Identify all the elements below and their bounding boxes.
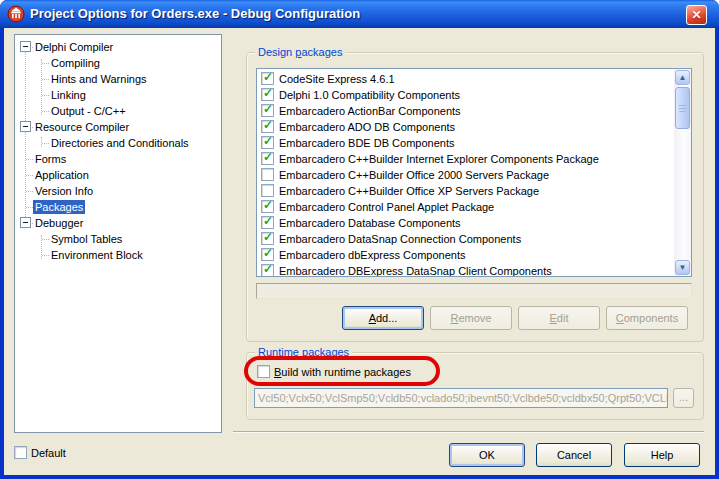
scroll-up-icon: ▲ — [679, 73, 687, 82]
package-checkbox[interactable]: ✓ — [261, 104, 274, 117]
package-list-item[interactable]: ✓ Embarcadero BDE DB Components — [257, 135, 674, 151]
design-packages-caption: Design packages — [255, 46, 345, 59]
tree-item-label: Delphi Compiler — [33, 40, 115, 54]
tree-item[interactable]: Delphi Compiler — [15, 39, 221, 55]
package-list-item[interactable]: ✓ CodeSite Express 4.6.1 — [257, 71, 674, 87]
tree-collapse-icon[interactable] — [20, 121, 31, 132]
tree-item-label: Compiling — [49, 56, 102, 70]
tree-item-label: Version Info — [33, 184, 95, 198]
package-label: Embarcadero C++Builder Office XP Servers… — [279, 185, 539, 197]
tree-item[interactable]: Linking — [15, 87, 221, 103]
title-bar: Project Options for Orders.exe - Debug C… — [0, 0, 719, 28]
tree-item-label: Hints and Warnings — [49, 72, 149, 86]
runtime-packages-input[interactable]: Vcl50;Vclx50;VclSmp50;Vcldb50;vclado50;i… — [254, 388, 668, 408]
package-label: Embarcadero BDE DB Components — [279, 137, 454, 149]
tree-item[interactable]: Debugger — [15, 215, 221, 231]
tree-item[interactable]: Forms — [15, 151, 221, 167]
button-label: omponents — [624, 312, 678, 324]
tree-item-label: Output - C/C++ — [49, 104, 128, 118]
package-list-item[interactable]: ✓ Embarcadero C++Builder Office XP Serve… — [257, 183, 674, 199]
build-with-runtime-packages-label: Build with runtime packages — [274, 366, 411, 379]
scrollbar-thumb[interactable] — [675, 87, 690, 129]
check-icon: ✓ — [263, 151, 273, 164]
check-icon: ✓ — [263, 87, 273, 100]
build-with-runtime-packages-checkbox[interactable] — [257, 365, 270, 378]
close-icon: ✕ — [691, 8, 701, 22]
runtime-packages-group: Runtime packages — [246, 352, 704, 420]
package-checkbox[interactable]: ✓ — [261, 88, 274, 101]
package-checkbox[interactable]: ✓ — [261, 72, 274, 85]
close-button[interactable]: ✕ — [686, 5, 707, 25]
package-action-button[interactable]: Components — [606, 306, 688, 330]
package-checkbox[interactable]: ✓ — [261, 136, 274, 149]
tree-item[interactable]: Directories and Conditionals — [15, 135, 221, 151]
design-packages-list[interactable]: ✓ CodeSite Express 4.6.1 ✓ Delphi 1.0 Co… — [256, 68, 692, 277]
package-description-panel — [256, 283, 692, 299]
divider-line — [233, 431, 704, 433]
tree-item[interactable]: Compiling — [15, 55, 221, 71]
runtime-packages-caption: Runtime packages — [255, 346, 352, 359]
package-label: CodeSite Express 4.6.1 — [279, 73, 395, 85]
cancel-button[interactable]: Cancel — [536, 443, 612, 467]
browse-packages-button[interactable]: ... — [673, 388, 694, 408]
package-checkbox[interactable]: ✓ — [261, 200, 274, 213]
help-button[interactable]: Help — [624, 443, 700, 467]
package-action-button[interactable]: Add... — [342, 306, 424, 330]
tree-item[interactable]: Resource Compiler — [15, 119, 221, 135]
package-action-button[interactable]: Remove — [430, 306, 512, 330]
package-checkbox[interactable]: ✓ — [261, 184, 274, 197]
ok-button[interactable]: OK — [449, 443, 525, 467]
check-icon: ✓ — [263, 103, 273, 116]
package-list-item[interactable]: ✓ Embarcadero DataSnap Connection Compon… — [257, 231, 674, 247]
package-list-item[interactable]: ✓ Embarcadero C++Builder Office 2000 Ser… — [257, 167, 674, 183]
check-icon: ✓ — [263, 247, 273, 260]
tree-item[interactable]: Output - C/C++ — [15, 103, 221, 119]
package-list-item[interactable]: ✓ Embarcadero Database Components — [257, 215, 674, 231]
package-list-item[interactable]: ✓ Embarcadero dbExpress Components — [257, 247, 674, 263]
package-label: Embarcadero ActionBar Components — [279, 105, 461, 117]
package-checkbox[interactable]: ✓ — [261, 152, 274, 165]
package-checkbox[interactable]: ✓ — [261, 168, 274, 181]
tree-item[interactable]: Version Info — [15, 183, 221, 199]
package-list-item[interactable]: ✓ Embarcadero ADO DB Components — [257, 119, 674, 135]
package-label: Embarcadero C++Builder Office 2000 Serve… — [279, 169, 549, 181]
tree-item-label: Linking — [49, 88, 88, 102]
package-list-item[interactable]: ✓ Embarcadero ActionBar Components — [257, 103, 674, 119]
package-label: Delphi 1.0 Compatibility Components — [279, 89, 460, 101]
package-checkbox[interactable]: ✓ — [261, 232, 274, 245]
button-accel: E — [550, 312, 557, 324]
tree-item[interactable]: Hints and Warnings — [15, 71, 221, 87]
package-rows: ✓ CodeSite Express 4.6.1 ✓ Delphi 1.0 Co… — [257, 71, 674, 277]
list-scrollbar[interactable]: ▲ ▼ — [674, 69, 691, 276]
package-checkbox[interactable]: ✓ — [261, 120, 274, 133]
package-label: Embarcadero Control Panel Applet Package — [279, 201, 494, 213]
package-checkbox[interactable]: ✓ — [261, 248, 274, 261]
tree-item[interactable]: Packages — [15, 199, 221, 215]
package-label: Embarcadero DBExpress DataSnap Client Co… — [279, 265, 552, 277]
default-checkbox[interactable] — [14, 446, 27, 459]
package-buttons-row: Add...RemoveEditComponents — [342, 306, 688, 330]
scroll-up-button[interactable]: ▲ — [675, 70, 690, 85]
tree-item-label: Debugger — [33, 216, 85, 230]
package-list-item[interactable]: ✓ Embarcadero C++Builder Internet Explor… — [257, 151, 674, 167]
package-list-item[interactable]: ✓ Embarcadero Control Panel Applet Packa… — [257, 199, 674, 215]
package-checkbox[interactable]: ✓ — [261, 264, 274, 277]
scroll-down-button[interactable]: ▼ — [675, 260, 690, 275]
tree-item[interactable]: Application — [15, 167, 221, 183]
project-options-icon — [7, 5, 25, 23]
tree-collapse-icon[interactable] — [20, 217, 31, 228]
options-tree[interactable]: Delphi Compiler Compiling Hints and Warn… — [14, 34, 222, 433]
package-list-item[interactable]: ✓ Delphi 1.0 Compatibility Components — [257, 87, 674, 103]
package-list-item[interactable]: ✓ Embarcadero DBExpress DataSnap Client … — [257, 263, 674, 277]
tree-item-label: Directories and Conditionals — [49, 136, 191, 150]
tree-item[interactable]: Environment Block — [15, 247, 221, 263]
scroll-down-icon: ▼ — [679, 263, 687, 272]
window-title: Project Options for Orders.exe - Debug C… — [30, 0, 360, 28]
package-action-button[interactable]: Edit — [518, 306, 600, 330]
package-checkbox[interactable]: ✓ — [261, 216, 274, 229]
tree-collapse-icon[interactable] — [20, 41, 31, 52]
tree-item[interactable]: Symbol Tables — [15, 231, 221, 247]
check-icon: ✓ — [263, 119, 273, 132]
tree-item-label: Forms — [33, 152, 68, 166]
button-label: emove — [458, 312, 491, 324]
